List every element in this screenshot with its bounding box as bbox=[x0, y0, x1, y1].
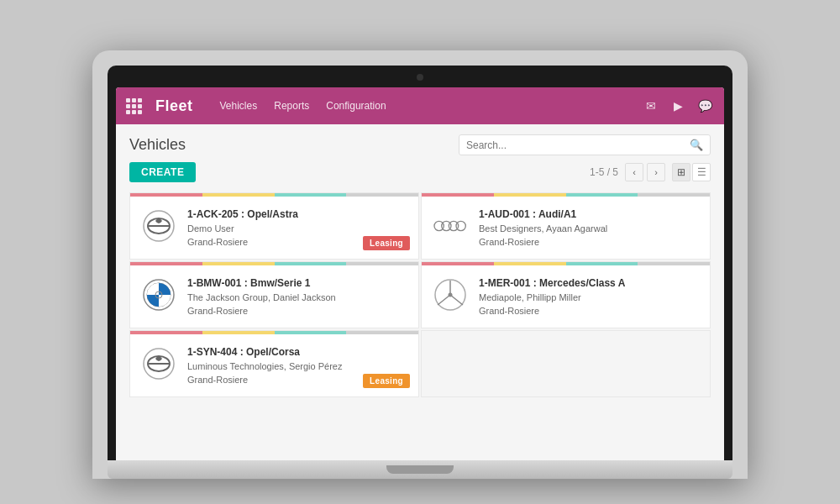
vehicle-logo-bmw bbox=[140, 276, 177, 313]
vehicle-logo-opel2 bbox=[140, 345, 177, 382]
vehicle-card-1-AUD-001[interactable]: 1-AUD-001 : Audi/A1 Best Designers, Ayaa… bbox=[421, 192, 711, 260]
svg-line-13 bbox=[450, 295, 463, 305]
app-title: Fleet bbox=[155, 97, 193, 115]
vehicle-name: 1-AUD-001 : Audi/A1 bbox=[479, 208, 700, 220]
vehicle-name: 1-MER-001 : Mercedes/Class A bbox=[479, 277, 700, 289]
user-icon[interactable]: ▶ bbox=[669, 97, 687, 115]
vehicle-card-1-SYN-404[interactable]: 1-SYN-404 : Opel/Corsa Luminous Technolo… bbox=[129, 330, 419, 397]
toolbar-row: CREATE 1-5 / 5 ‹ › ⊞ ☰ bbox=[129, 162, 711, 182]
nav-item-configuration[interactable]: Configuration bbox=[319, 97, 392, 115]
leasing-badge: Leasing bbox=[363, 236, 410, 250]
laptop-camera bbox=[417, 74, 423, 81]
color-bar bbox=[130, 331, 418, 334]
view-toggle: ⊞ ☰ bbox=[672, 163, 711, 181]
color-bar bbox=[422, 193, 710, 197]
color-bar bbox=[130, 193, 418, 197]
chat-icon[interactable]: 💬 bbox=[696, 97, 714, 115]
app-header: Fleet Vehicles Reports Configuration ✉ ▶… bbox=[116, 87, 724, 124]
vehicle-sub: Best Designers, Ayaan AgarwalGrand-Rosie… bbox=[479, 222, 700, 249]
search-box[interactable]: 🔍 bbox=[459, 134, 711, 155]
header-icons: ✉ ▶ 💬 bbox=[642, 97, 714, 115]
vehicle-logo-opel bbox=[140, 207, 177, 244]
laptop-hinge bbox=[386, 465, 454, 474]
vehicle-logo-audi bbox=[432, 207, 469, 244]
vehicle-name: 1-BMW-001 : Bmw/Serie 1 bbox=[187, 277, 408, 289]
main-nav: Vehicles Reports Configuration bbox=[213, 97, 393, 115]
content-area: Vehicles 🔍 CREATE 1-5 / 5 ‹ › bbox=[116, 124, 724, 460]
page-title: Vehicles bbox=[129, 136, 449, 154]
color-bar bbox=[422, 262, 710, 265]
grid-view-button[interactable]: ⊞ bbox=[672, 163, 690, 181]
mail-icon[interactable]: ✉ bbox=[642, 97, 660, 115]
empty-card bbox=[421, 330, 711, 397]
next-page-button[interactable]: › bbox=[647, 163, 665, 181]
pagination-arrows: ‹ › bbox=[625, 163, 665, 181]
svg-line-12 bbox=[438, 295, 450, 305]
vehicle-name: 1-SYN-404 : Opel/Corsa bbox=[187, 346, 408, 358]
vehicle-card-1-BMW-001[interactable]: 1-BMW-001 : Bmw/Serie 1 The Jackson Grou… bbox=[129, 261, 419, 328]
vehicle-info-1-MER-001: 1-MER-001 : Mercedes/Class A Mediapole, … bbox=[479, 272, 700, 318]
laptop-base bbox=[108, 460, 732, 479]
prev-page-button[interactable]: ‹ bbox=[625, 163, 643, 181]
nav-item-vehicles[interactable]: Vehicles bbox=[213, 97, 265, 115]
nav-item-reports[interactable]: Reports bbox=[267, 97, 316, 115]
vehicle-logo-mercedes bbox=[432, 276, 469, 313]
vehicle-card-1-ACK-205[interactable]: 1-ACK-205 : Opel/Astra Demo UserGrand-Ro… bbox=[129, 192, 419, 260]
grid-menu-icon[interactable] bbox=[126, 98, 142, 114]
vehicles-grid: 1-ACK-205 : Opel/Astra Demo UserGrand-Ro… bbox=[129, 192, 711, 328]
svg-point-14 bbox=[449, 293, 453, 297]
vehicles-grid-row2: 1-SYN-404 : Opel/Corsa Luminous Technolo… bbox=[129, 330, 711, 397]
vehicle-card-1-MER-001[interactable]: 1-MER-001 : Mercedes/Class A Mediapole, … bbox=[421, 261, 711, 328]
color-bar bbox=[130, 262, 418, 265]
leasing-badge-orange: Leasing bbox=[363, 374, 410, 388]
create-button[interactable]: CREATE bbox=[129, 162, 196, 182]
pagination-info: 1-5 / 5 bbox=[590, 166, 618, 178]
search-icon: 🔍 bbox=[690, 139, 703, 151]
search-input[interactable] bbox=[466, 139, 685, 151]
vehicle-info-1-BMW-001: 1-BMW-001 : Bmw/Serie 1 The Jackson Grou… bbox=[187, 272, 408, 318]
page-title-row: Vehicles 🔍 bbox=[129, 134, 711, 155]
svg-point-6 bbox=[456, 221, 465, 230]
vehicle-info-1-AUD-001: 1-AUD-001 : Audi/A1 Best Designers, Ayaa… bbox=[479, 203, 700, 249]
vehicle-name: 1-ACK-205 : Opel/Astra bbox=[187, 208, 408, 220]
list-view-button[interactable]: ☰ bbox=[692, 163, 711, 181]
vehicle-sub: The Jackson Group, Daniel JacksonGrand-R… bbox=[187, 291, 408, 318]
laptop-screen: Fleet Vehicles Reports Configuration ✉ ▶… bbox=[116, 87, 724, 460]
vehicle-sub: Mediapole, Phillipp MillerGrand-Rosiere bbox=[479, 291, 700, 318]
